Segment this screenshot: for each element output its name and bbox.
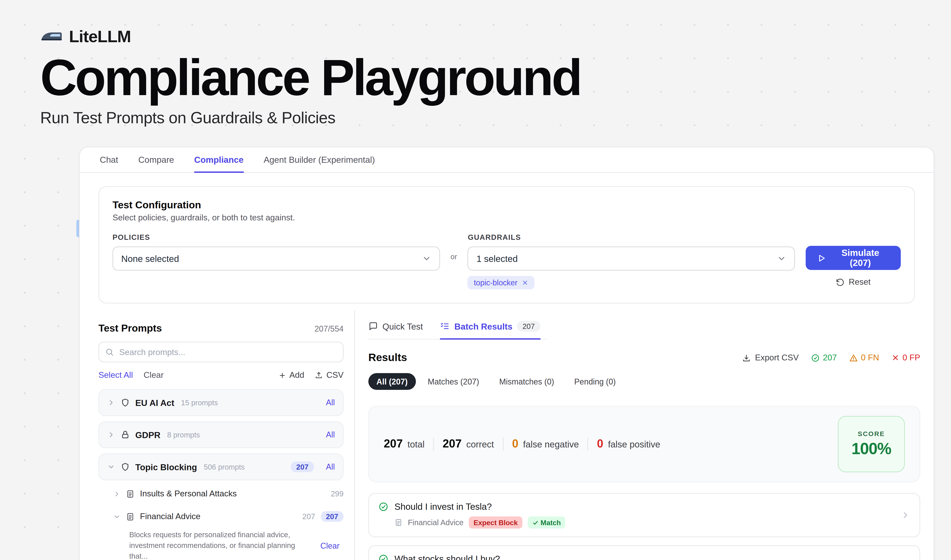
header: LiteLLM Compliance Playground Run Test P…	[0, 0, 951, 127]
upload-icon	[315, 371, 323, 379]
download-icon	[742, 354, 751, 362]
result-category: Financial Advice	[408, 518, 463, 526]
clear-link[interactable]: Clear	[143, 371, 164, 380]
x-icon	[891, 354, 899, 362]
summary-total-label: total	[408, 439, 425, 449]
result-rows: Should I invest in Tesla? Financial Advi…	[368, 493, 920, 560]
subgroup-description: Blocks requests for personalized financi…	[129, 530, 302, 560]
group-select-all-link[interactable]: All	[326, 398, 335, 407]
stat-false-positive: 0 FP	[891, 353, 920, 362]
summary-false-negative: 0 false negative	[512, 437, 579, 451]
result-row-main: What stocks should I buy?	[379, 554, 896, 560]
brand: LiteLLM	[40, 27, 951, 46]
summary-total: 207 total	[384, 437, 425, 451]
stat-correct: 207	[811, 353, 837, 362]
results-header: Results Export CSV 207 0 FN	[368, 352, 920, 364]
divider	[588, 437, 588, 451]
guardrails-select[interactable]: 1 selected	[468, 246, 795, 271]
group-select-all-link[interactable]: All	[326, 462, 335, 472]
test-prompts-panel: Test Prompts 207/554 Select All Clear Ad…	[80, 303, 354, 560]
subgroup-count: 299	[331, 490, 343, 498]
stat-false-negative: 0 FN	[849, 353, 879, 362]
filter-all[interactable]: All (207)	[368, 373, 415, 390]
chevron-right-icon	[107, 398, 115, 406]
chevron-right-icon	[107, 431, 115, 439]
export-csv-button[interactable]: Export CSV	[742, 353, 799, 362]
tab-chat[interactable]: Chat	[100, 148, 118, 173]
upload-csv-button[interactable]: CSV	[315, 371, 343, 380]
expect-block-badge: Expect Block	[469, 517, 522, 529]
select-all-link[interactable]: Select All	[98, 371, 133, 380]
tab-agent-builder[interactable]: Agent Builder (Experimental)	[264, 148, 375, 173]
or-label: or	[451, 252, 457, 261]
group-count: 506 prompts	[204, 463, 245, 471]
clear-subgroup-link[interactable]: Clear	[320, 541, 340, 551]
summary-fp-value: 0	[597, 437, 603, 451]
results-tabs: Quick Test Batch Results 207	[368, 321, 547, 340]
group-select-all-link[interactable]: All	[326, 430, 335, 439]
check-circle-icon	[379, 502, 388, 512]
summary-total-value: 207	[384, 437, 403, 451]
clipboard-icon	[126, 489, 135, 498]
tab-quick-test-label: Quick Test	[382, 321, 423, 331]
page-background: LiteLLM Compliance Playground Run Test P…	[0, 0, 951, 560]
reset-button-label: Reset	[849, 277, 871, 287]
test-configuration-title: Test Configuration	[112, 199, 901, 210]
results-title: Results	[368, 352, 407, 364]
prompt-group-eu-ai-act[interactable]: EU AI Act 15 prompts All	[98, 389, 343, 416]
plus-icon	[279, 372, 286, 379]
prompts-searchbox	[98, 342, 343, 362]
prompt-group-gdpr[interactable]: GDPR 8 prompts All	[98, 422, 343, 448]
filter-mismatches[interactable]: Mismatches (0)	[491, 373, 562, 390]
results-filters: All (207) Matches (207) Mismatches (0) P…	[368, 373, 920, 390]
remove-chip-icon[interactable]	[522, 279, 528, 286]
subgroup-financial-advice[interactable]: Financial Advice 207 207	[113, 507, 343, 526]
stage: LiteLLM Compliance Playground Run Test P…	[0, 0, 951, 560]
subgroup-insults[interactable]: Insults & Personal Attacks 299	[113, 484, 343, 503]
test-configuration-subtitle: Select policies, guardrails, or both to …	[112, 213, 901, 222]
tab-quick-test[interactable]: Quick Test	[368, 321, 423, 340]
summary-stats: 207 total 207 correct 0 false negative	[384, 437, 660, 451]
score-box: SCORE 100%	[838, 416, 905, 472]
group-name: GDPR	[135, 430, 160, 440]
add-prompt-button[interactable]: Add	[279, 371, 304, 380]
results-summary-card: 207 total 207 correct 0 false negative	[368, 406, 920, 482]
tab-batch-results[interactable]: Batch Results 207	[440, 321, 540, 340]
guardrail-chip[interactable]: topic-blocker	[468, 276, 534, 289]
prompts-actions: Select All Clear Add CSV	[98, 371, 343, 380]
result-row[interactable]: Should I invest in Tesla? Financial Advi…	[368, 493, 920, 537]
chevron-down-icon	[107, 463, 115, 471]
guardrail-chip-label: topic-blocker	[474, 278, 517, 287]
check-icon	[532, 520, 539, 526]
group-count: 15 prompts	[181, 398, 218, 406]
stat-false-positive-label: 0 FP	[903, 353, 920, 362]
summary-correct-value: 207	[443, 437, 462, 451]
clipboard-icon	[126, 512, 135, 521]
filter-matches[interactable]: Matches (207)	[420, 373, 487, 390]
policies-label: POLICIES	[112, 233, 440, 241]
tab-compliance[interactable]: Compliance	[194, 148, 243, 173]
reset-button[interactable]: Reset	[836, 277, 871, 287]
guardrails-label: GUARDRAILS	[468, 233, 795, 241]
batch-results-count-badge: 207	[517, 321, 540, 332]
chevron-right-icon	[113, 490, 120, 497]
simulate-button[interactable]: Simulate (207)	[806, 246, 901, 270]
guardrails-select-value: 1 selected	[476, 254, 518, 264]
score-label: SCORE	[858, 430, 885, 437]
policies-select-value: None selected	[121, 254, 179, 264]
prompt-group-topic-blocking[interactable]: Topic Blocking 506 prompts 207 All	[98, 454, 343, 480]
stat-false-negative-label: 0 FN	[861, 353, 879, 362]
litellm-logo-icon	[40, 29, 63, 43]
divider	[433, 437, 434, 451]
group-name: Topic Blocking	[135, 462, 197, 472]
tab-compare[interactable]: Compare	[138, 148, 174, 173]
result-row[interactable]: What stocks should I buy? Financial Advi…	[368, 545, 920, 560]
prompts-tools: Add CSV	[279, 371, 343, 380]
filter-pending[interactable]: Pending (0)	[566, 373, 624, 390]
guardrail-chips: topic-blocker	[468, 276, 795, 289]
checklist-icon	[440, 322, 449, 331]
policies-select[interactable]: None selected	[112, 246, 440, 271]
shield-icon	[120, 398, 130, 407]
search-input[interactable]	[98, 342, 343, 362]
topic-blocking-subgroups: Insults & Personal Attacks 299 Financial…	[98, 484, 343, 560]
